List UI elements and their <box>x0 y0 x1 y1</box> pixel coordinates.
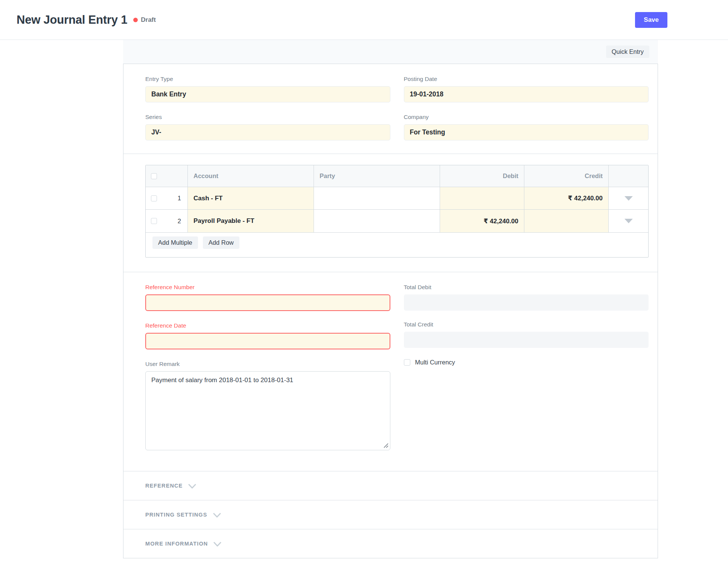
save-button[interactable]: Save <box>635 12 667 28</box>
row-2-account-cell[interactable]: Payroll Payable - FT <box>188 210 314 232</box>
company-input[interactable] <box>404 124 649 140</box>
add-multiple-button[interactable]: Add Multiple <box>152 236 198 249</box>
entry-type-input[interactable] <box>145 86 390 102</box>
resize-grip-icon[interactable] <box>383 443 389 448</box>
select-all-checkbox[interactable] <box>151 173 157 179</box>
reference-date-input[interactable] <box>145 333 390 349</box>
form-card: Entry Type Series Posting Date Company <box>123 64 658 558</box>
grid-footer: Add Multiple Add Row <box>146 233 648 257</box>
reference-number-field: Reference Number <box>145 284 390 311</box>
add-row-button[interactable]: Add Row <box>203 236 239 249</box>
row-1-party-cell[interactable] <box>314 187 440 209</box>
total-credit-label: Total Credit <box>404 321 649 328</box>
section-toggle-more-information[interactable]: MORE INFORMATION <box>123 529 658 558</box>
section-toggle-label: REFERENCE <box>145 483 183 489</box>
section-toggle-label: MORE INFORMATION <box>145 541 208 547</box>
user-remark-textarea[interactable]: Payment of salary from 2018-01-01 to 201… <box>145 371 390 450</box>
grid-header-row: Account Party Debit Credit <box>146 165 648 187</box>
section-accounting-entries: Account Party Debit Credit 1 Cash - FT <box>123 154 658 272</box>
grid-row-1[interactable]: 1 Cash - FT ₹ 42,240.00 <box>146 187 648 210</box>
company-label: Company <box>404 113 649 121</box>
entry-type-field: Entry Type <box>145 75 390 102</box>
total-debit-value <box>404 294 649 311</box>
form-column: Quick Entry Entry Type Series <box>123 40 658 558</box>
row-select-cell: 2 <box>146 210 188 232</box>
series-label: Series <box>145 113 390 121</box>
chevron-down-icon <box>188 484 196 489</box>
grid-header-menu-cell <box>609 165 648 187</box>
posting-date-field: Posting Date <box>404 75 649 102</box>
reference-date-label: Reference Date <box>145 322 390 329</box>
total-debit-label: Total Debit <box>404 284 649 291</box>
row-2-debit-cell[interactable]: ₹ 42,240.00 <box>440 210 524 232</box>
user-remark-label: User Remark <box>145 360 390 368</box>
column-left: Reference Number Reference Date User Rem… <box>145 284 390 450</box>
total-credit-value <box>404 332 649 348</box>
column-left: Entry Type Series <box>145 75 390 140</box>
grid-header-debit: Debit <box>440 165 524 187</box>
section-reference: Reference Number Reference Date User Rem… <box>123 272 658 471</box>
section-toggle-label: PRINTING SETTINGS <box>145 512 207 518</box>
draft-indicator-icon <box>133 18 138 22</box>
grid-header-credit: Credit <box>524 165 609 187</box>
series-input[interactable] <box>145 124 390 140</box>
accounts-grid: Account Party Debit Credit 1 Cash - FT <box>145 165 649 258</box>
total-credit-field: Total Credit <box>404 321 649 348</box>
title-area: New Journal Entry 1 Draft <box>17 13 156 27</box>
reference-number-label: Reference Number <box>145 284 390 291</box>
row-2-index: 2 <box>178 218 181 225</box>
grid-header-account: Account <box>188 165 314 187</box>
row-2-expand-cell[interactable] <box>609 210 648 232</box>
row-2-party-cell[interactable] <box>314 210 440 232</box>
company-field: Company <box>404 113 649 140</box>
chevron-down-icon <box>213 513 221 518</box>
grid-header-select-cell <box>146 165 188 187</box>
multi-currency-checkbox[interactable] <box>404 359 410 366</box>
grid-row-2[interactable]: 2 Payroll Payable - FT ₹ 42,240.00 <box>146 210 648 233</box>
column-right: Total Debit Total Credit Multi Currency <box>404 284 649 450</box>
quick-entry-button[interactable]: Quick Entry <box>606 46 649 58</box>
status-badge: Draft <box>141 16 156 24</box>
reference-date-field: Reference Date <box>145 322 390 349</box>
form-toolbar: Quick Entry <box>123 40 658 64</box>
chevron-down-icon <box>213 542 221 547</box>
series-field: Series <box>145 113 390 140</box>
grid-header-party: Party <box>314 165 440 187</box>
row-2-credit-cell[interactable] <box>524 210 609 232</box>
posting-date-label: Posting Date <box>404 75 649 83</box>
row-2-checkbox[interactable] <box>151 218 157 224</box>
row-select-cell: 1 <box>146 187 188 209</box>
row-1-credit-cell[interactable]: ₹ 42,240.00 <box>524 187 609 209</box>
section-toggle-printing-settings[interactable]: PRINTING SETTINGS <box>123 500 658 529</box>
row-1-account-cell[interactable]: Cash - FT <box>188 187 314 209</box>
entry-type-label: Entry Type <box>145 75 390 83</box>
total-debit-field: Total Debit <box>404 284 649 311</box>
section-main-fields: Entry Type Series Posting Date Company <box>123 64 658 154</box>
page-title: New Journal Entry 1 <box>17 13 127 27</box>
row-1-debit-cell[interactable] <box>440 187 524 209</box>
page-header: New Journal Entry 1 Draft Save <box>0 0 728 40</box>
reference-number-input[interactable] <box>145 294 390 311</box>
row-1-index: 1 <box>178 195 181 202</box>
caret-down-icon <box>624 196 633 201</box>
section-toggle-reference[interactable]: REFERENCE <box>123 471 658 500</box>
row-1-expand-cell[interactable] <box>609 187 648 209</box>
posting-date-input[interactable] <box>404 86 649 102</box>
journal-entry-page: New Journal Entry 1 Draft Save Quick Ent… <box>0 0 728 564</box>
multi-currency-label: Multi Currency <box>415 359 455 366</box>
row-1-checkbox[interactable] <box>151 195 157 201</box>
user-remark-wrapper: Payment of salary from 2018-01-01 to 201… <box>145 371 390 450</box>
column-right: Posting Date Company <box>404 75 649 140</box>
user-remark-field: User Remark Payment of salary from 2018-… <box>145 360 390 450</box>
multi-currency-field: Multi Currency <box>404 359 649 366</box>
caret-down-icon <box>624 219 633 223</box>
